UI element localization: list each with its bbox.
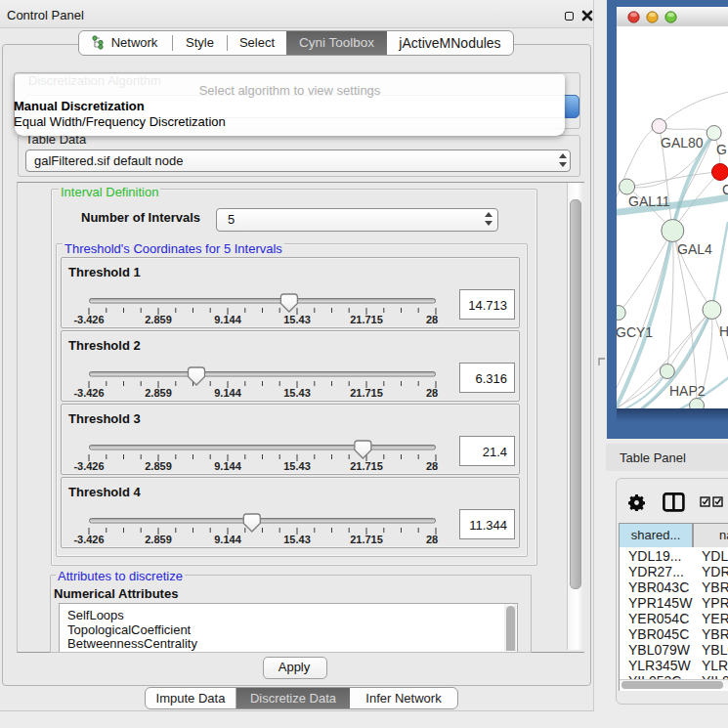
svg-text:G.: G. <box>716 142 728 157</box>
svg-text:GCY1: GCY1 <box>617 324 653 340</box>
svg-text:GAL80: GAL80 <box>661 135 704 150</box>
svg-text:GAL4: GAL4 <box>677 241 712 257</box>
svg-text:H: H <box>719 323 728 339</box>
svg-text:HAP2: HAP2 <box>669 383 706 399</box>
svg-text:GAL11: GAL11 <box>628 193 670 209</box>
svg-text:C: C <box>722 182 728 197</box>
